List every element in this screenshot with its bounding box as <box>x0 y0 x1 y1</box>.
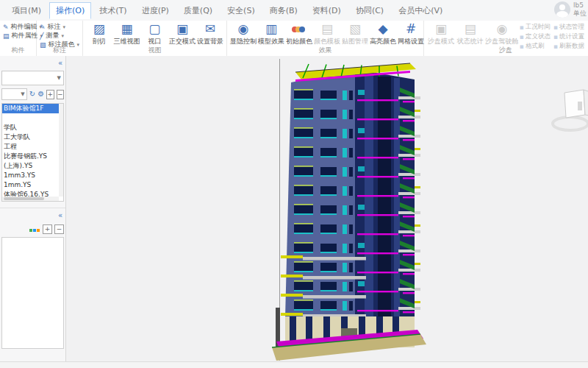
sandbox-cockpit-button: ◉沙盘驾驶舱 <box>486 22 518 46</box>
ortho-cube-icon: ▣ <box>176 22 188 36</box>
tree-item[interactable] <box>2 113 63 123</box>
collapse-panel-icon[interactable]: « <box>58 211 62 219</box>
view-cube-widget[interactable] <box>551 82 588 135</box>
3d-viewport[interactable] <box>66 56 588 362</box>
tree-item[interactable]: 工大学队 <box>2 132 63 142</box>
ribbon-group-view: ▨剖切 ▦三维视图 ▢视口 ▣正交模式 ✉设置背景 视图 <box>83 21 227 56</box>
ribbon-group-effect: ◉显隐控制 ▥模型效果 初始颜色 ▤颜色模板 ▧贴图管理 ◆高亮颜色 #网格设置… <box>227 21 424 56</box>
cube-icon: ▦ <box>121 22 133 36</box>
tree-item[interactable]: 工程 <box>2 142 63 152</box>
filter-colors-icon[interactable] <box>29 224 40 234</box>
grid-settings-button[interactable]: #网格设置 <box>398 22 424 46</box>
menu-tab-9[interactable]: 会员中心(V) <box>392 2 449 19</box>
texture-icon: ▧ <box>349 22 361 36</box>
user-avatar-icon[interactable] <box>554 1 570 18</box>
properties-icon: ▤ <box>3 32 10 40</box>
group-label-view: 视图 <box>83 46 226 55</box>
group-label-annotate: 标注 <box>37 46 82 55</box>
annotate-button[interactable]: ✎标注▾ <box>40 23 79 31</box>
chevron-down-icon: ▾ <box>61 33 64 39</box>
menu-bar: 项目(M)操作(O)技术(T)进度(P)质量(Q)安全(S)商务(B)资料(D)… <box>0 0 588 21</box>
menu-tab-0[interactable]: 项目(M) <box>5 2 48 19</box>
view-3d-button[interactable]: ▦三维视图 <box>114 22 140 46</box>
tree-item[interactable]: 比赛母钢筋.YS <box>2 152 63 161</box>
model-select-dropdown[interactable]: ▼ <box>1 71 64 85</box>
menu-tabs: 项目(M)操作(O)技术(T)进度(P)质量(Q)安全(S)商务(B)资料(D)… <box>0 0 450 21</box>
color-template-icon: ▤ <box>321 22 333 36</box>
ribbon-toolbar: ✎构件编辑▾ ▤构件属性▾ 构件 ✎标注▾ ╱测量▾ ▧标注颜色▾ 标注 ▨剖切… <box>0 21 588 57</box>
menu-tab-7[interactable]: 资料(D) <box>306 2 348 19</box>
initial-color-button[interactable]: 初始颜色 <box>286 22 312 46</box>
model-effect-icon: ▥ <box>265 22 277 36</box>
tree-mode-dropdown[interactable]: ▼ <box>1 88 27 100</box>
chevron-down-icon: ▾ <box>63 24 66 30</box>
color-template-button: ▤颜色模板 <box>314 22 340 46</box>
tree-item[interactable]: (上海).YS <box>2 161 63 171</box>
collapse-all-icon[interactable]: − <box>54 224 64 234</box>
chevron-down-icon: ▼ <box>21 91 24 97</box>
ribbon-group-component: ✎构件编辑▾ ▤构件属性▾ 构件 <box>0 21 37 56</box>
refresh-icon[interactable]: ↻ <box>29 90 35 99</box>
set-background-button[interactable]: ✉设置背景 <box>197 22 223 46</box>
tree-item[interactable]: 1mm.YS <box>2 180 63 190</box>
app-window: { "menu": { "tabs": [ {"label": "项目(M)",… <box>0 0 588 368</box>
paint-bucket-icon: ◆ <box>378 22 387 36</box>
measure-icon: ╱ <box>40 32 43 40</box>
expand-all-icon[interactable]: + <box>46 90 54 99</box>
tree-vertical-scrollbar[interactable] <box>59 104 63 197</box>
chevron-down-icon: ▼ <box>57 75 61 81</box>
viewport-button[interactable]: ▢视口 <box>142 22 168 46</box>
edit-icon: ✎ <box>3 24 9 31</box>
model-effect-button[interactable]: ▥模型效果 <box>258 22 284 46</box>
section-cut-button[interactable]: ▨剖切 <box>86 22 112 46</box>
user-box[interactable]: lb5 单位 <box>554 1 587 18</box>
menu-tab-4[interactable]: 质量(Q) <box>177 2 219 19</box>
filter-toolbar: + − <box>0 222 65 236</box>
visibility-control-button[interactable]: ◉显隐控制 <box>230 22 257 46</box>
grid-icon: # <box>406 22 416 36</box>
state-stats-button: ▤状态统计 <box>456 22 484 46</box>
tree-item[interactable]: 学队 <box>2 123 63 132</box>
work-time-button: ▪工况时间 <box>520 23 551 32</box>
filter-list[interactable] <box>1 237 64 349</box>
building-model[interactable] <box>270 59 429 362</box>
tree-item[interactable]: BIM体验馆1F <box>2 104 63 113</box>
user-name: lb5 <box>573 1 587 10</box>
color-dots-icon <box>294 22 305 36</box>
tree-horizontal-scrollbar[interactable] <box>2 197 59 201</box>
group-label-effect: 效果 <box>227 46 423 55</box>
expand-all-icon[interactable]: + <box>43 224 52 234</box>
menu-tab-6[interactable]: 商务(B) <box>263 2 304 19</box>
menu-tab-5[interactable]: 安全(S) <box>220 2 262 19</box>
tree-toolbar: ▼ ↻ ⚙ + − <box>0 85 65 102</box>
sandbox-icon: ▣ <box>435 22 447 36</box>
collapse-panel-icon[interactable]: « <box>58 59 62 67</box>
menu-tab-3[interactable]: 进度(P) <box>135 2 176 19</box>
tree-item[interactable]: 1mm3.YS <box>2 171 63 180</box>
component-panel-header: « <box>0 56 65 69</box>
menu-tab-8[interactable]: 协同(C) <box>349 2 390 19</box>
window-icon: ▢ <box>148 22 160 36</box>
component-properties-button[interactable]: ▤构件属性▾ <box>3 32 33 40</box>
menu-tab-1[interactable]: 操作(O) <box>49 2 91 19</box>
state-manage-button: ▪状态管理 <box>553 23 584 32</box>
texture-manage-button: ▧贴图管理 <box>342 22 368 46</box>
user-org: 单位 <box>573 10 587 18</box>
measure-button[interactable]: ╱测量▾ <box>40 32 79 40</box>
visibility-icon: ◉ <box>238 22 249 36</box>
component-edit-button[interactable]: ✎构件编辑▾ <box>3 23 33 31</box>
gear-icon[interactable]: ⚙ <box>37 90 44 99</box>
ribbon-group-sandbox: ▣沙盘模式 ▤状态统计 ◉沙盘驾驶舱 ▪工况时间 ▪定义状态 ▪格式刷 ▪状态管… <box>424 21 587 56</box>
left-sidebar: « ▼ ▼ ↻ ⚙ + − BIM体验馆1F学队工大学队工程比赛母钢筋.YS(上… <box>0 56 66 362</box>
highlight-color-button[interactable]: ◆高亮颜色 <box>370 22 396 46</box>
stats-icon: ▤ <box>465 22 476 36</box>
menu-tab-2[interactable]: 技术(T) <box>93 2 133 19</box>
ribbon-group-annotate: ✎标注▾ ╱测量▾ ▧标注颜色▾ 标注 <box>37 21 83 56</box>
group-label-component: 构件 <box>0 46 36 55</box>
model-tree[interactable]: BIM体验馆1F学队工大学队工程比赛母钢筋.YS(上海).YS1mm3.YS1m… <box>1 103 64 202</box>
status-bar <box>0 361 588 368</box>
ortho-mode-button[interactable]: ▣正交模式 <box>169 22 196 46</box>
collapse-all-icon[interactable]: − <box>57 90 64 99</box>
background-icon: ✉ <box>205 22 215 36</box>
annotate-icon: ✎ <box>40 24 46 31</box>
